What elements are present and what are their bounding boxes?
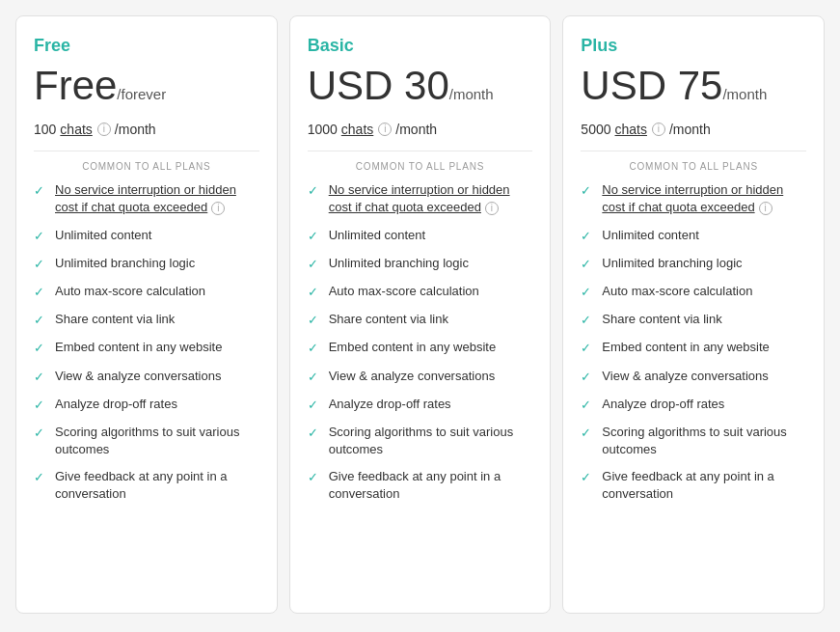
plan-common-label-free: COMMON TO ALL PLANS bbox=[34, 151, 259, 172]
feature-item-plus-8: ✓Scoring algorithms to suit various outc… bbox=[581, 424, 806, 458]
plan-card-basic: BasicUSD 30/month1000 chatsi/monthCOMMON… bbox=[289, 15, 552, 614]
plan-price-suffix-free: /forever bbox=[117, 86, 166, 102]
feature-text-basic-9: Give feedback at any point in a conversa… bbox=[329, 468, 533, 503]
check-icon-plus-3: ✓ bbox=[581, 284, 594, 301]
feature-item-plus-7: ✓Analyze drop-off rates bbox=[581, 396, 806, 414]
feature-text-plus-3: Auto max-score calculation bbox=[602, 283, 806, 300]
plan-feature-list-free: ✓No service interruption or hidden cost … bbox=[34, 181, 259, 503]
check-icon-basic-8: ✓ bbox=[308, 425, 321, 442]
plans-container: FreeFree/forever100 chatsi/monthCOMMON T… bbox=[15, 15, 825, 614]
feature-item-basic-6: ✓View & analyze conversations bbox=[308, 368, 533, 386]
plan-price-suffix-basic: /month bbox=[449, 86, 494, 102]
feature-text-free-8: Scoring algorithms to suit various outco… bbox=[55, 424, 259, 458]
feature-text-basic-3: Auto max-score calculation bbox=[329, 283, 533, 300]
feature-text-free-2: Unlimited branching logic bbox=[55, 255, 259, 272]
feature-link-free-0[interactable]: No service interruption or hidden cost i… bbox=[55, 182, 236, 214]
feature-text-basic-1: Unlimited content bbox=[329, 227, 533, 244]
feature-item-free-8: ✓Scoring algorithms to suit various outc… bbox=[34, 424, 259, 458]
plan-chats-info-icon-free[interactable]: i bbox=[97, 123, 111, 136]
plan-chats-period-basic: /month bbox=[395, 122, 437, 137]
feature-item-plus-5: ✓Embed content in any website bbox=[581, 339, 806, 357]
check-icon-basic-9: ✓ bbox=[308, 469, 321, 486]
check-icon-free-1: ✓ bbox=[34, 228, 47, 245]
feature-text-free-4: Share content via link bbox=[55, 311, 259, 328]
plan-card-plus: PlusUSD 75/month5000 chatsi/monthCOMMON … bbox=[562, 15, 825, 614]
feature-text-plus-7: Analyze drop-off rates bbox=[602, 396, 806, 413]
feature-item-free-7: ✓Analyze drop-off rates bbox=[34, 396, 259, 414]
feature-item-free-6: ✓View & analyze conversations bbox=[34, 368, 259, 386]
feature-item-basic-1: ✓Unlimited content bbox=[308, 227, 533, 245]
feature-item-basic-4: ✓Share content via link bbox=[308, 311, 533, 329]
feature-item-basic-0: ✓No service interruption or hidden cost … bbox=[308, 181, 533, 216]
plan-card-free: FreeFree/forever100 chatsi/monthCOMMON T… bbox=[15, 15, 278, 614]
feature-text-basic-8: Scoring algorithms to suit various outco… bbox=[329, 424, 533, 458]
feature-text-plus-0: No service interruption or hidden cost i… bbox=[602, 181, 806, 216]
plan-chats-basic: 1000 chatsi/month bbox=[308, 122, 533, 137]
check-icon-free-6: ✓ bbox=[34, 369, 47, 386]
feature-item-free-4: ✓Share content via link bbox=[34, 311, 259, 329]
check-icon-basic-6: ✓ bbox=[308, 369, 321, 386]
feature-item-free-9: ✓Give feedback at any point in a convers… bbox=[34, 468, 259, 503]
check-icon-plus-1: ✓ bbox=[581, 228, 594, 245]
feature-text-basic-7: Analyze drop-off rates bbox=[329, 396, 533, 413]
feature-link-basic-0[interactable]: No service interruption or hidden cost i… bbox=[329, 182, 510, 214]
feature-item-basic-9: ✓Give feedback at any point in a convers… bbox=[308, 468, 533, 503]
plan-chats-period-free: /month bbox=[115, 122, 156, 137]
plan-chats-link-basic[interactable]: chats bbox=[341, 122, 373, 137]
check-icon-free-3: ✓ bbox=[34, 284, 47, 301]
plan-price-basic: USD 30/month bbox=[308, 64, 533, 108]
feature-item-free-3: ✓Auto max-score calculation bbox=[34, 283, 259, 301]
plan-chats-info-icon-basic[interactable]: i bbox=[378, 123, 392, 136]
feature-item-plus-0: ✓No service interruption or hidden cost … bbox=[581, 181, 806, 216]
check-icon-free-7: ✓ bbox=[34, 397, 47, 414]
check-icon-plus-0: ✓ bbox=[581, 182, 594, 200]
plan-price-value-basic: USD 30 bbox=[308, 63, 449, 108]
check-icon-plus-7: ✓ bbox=[581, 397, 594, 414]
feature-text-free-3: Auto max-score calculation bbox=[55, 283, 259, 300]
feature-text-free-6: View & analyze conversations bbox=[55, 368, 259, 385]
plan-title-basic: Basic bbox=[308, 36, 533, 56]
feature-item-plus-1: ✓Unlimited content bbox=[581, 227, 806, 245]
feature-text-plus-4: Share content via link bbox=[602, 311, 806, 328]
feature-info-icon-free-0[interactable]: i bbox=[211, 202, 225, 215]
plan-common-label-plus: COMMON TO ALL PLANS bbox=[581, 151, 806, 172]
plan-title-plus: Plus bbox=[581, 36, 806, 56]
check-icon-free-9: ✓ bbox=[34, 469, 47, 486]
feature-link-plus-0[interactable]: No service interruption or hidden cost i… bbox=[602, 182, 783, 214]
plan-chats-free: 100 chatsi/month bbox=[34, 122, 259, 137]
feature-text-basic-0: No service interruption or hidden cost i… bbox=[329, 181, 533, 216]
feature-text-basic-5: Embed content in any website bbox=[329, 339, 533, 356]
plan-chats-link-free[interactable]: chats bbox=[60, 122, 92, 137]
feature-text-plus-2: Unlimited branching logic bbox=[602, 255, 806, 272]
feature-item-basic-2: ✓Unlimited branching logic bbox=[308, 255, 533, 273]
feature-text-free-0: No service interruption or hidden cost i… bbox=[55, 181, 259, 216]
feature-item-free-2: ✓Unlimited branching logic bbox=[34, 255, 259, 273]
feature-text-plus-5: Embed content in any website bbox=[602, 339, 806, 356]
check-icon-basic-7: ✓ bbox=[308, 397, 321, 414]
check-icon-plus-4: ✓ bbox=[581, 312, 594, 329]
feature-text-free-7: Analyze drop-off rates bbox=[55, 396, 259, 413]
check-icon-free-2: ✓ bbox=[34, 256, 47, 273]
plan-chats-link-plus[interactable]: chats bbox=[615, 122, 647, 137]
plan-chats-info-icon-plus[interactable]: i bbox=[652, 123, 665, 136]
check-icon-plus-5: ✓ bbox=[581, 340, 594, 357]
plan-price-plus: USD 75/month bbox=[581, 64, 806, 108]
feature-text-free-9: Give feedback at any point in a conversa… bbox=[55, 468, 259, 503]
check-icon-free-8: ✓ bbox=[34, 425, 47, 442]
plan-chats-period-plus: /month bbox=[669, 122, 711, 137]
feature-item-plus-4: ✓Share content via link bbox=[581, 311, 806, 329]
feature-item-basic-3: ✓Auto max-score calculation bbox=[308, 283, 533, 301]
feature-info-icon-basic-0[interactable]: i bbox=[485, 202, 499, 215]
check-icon-basic-3: ✓ bbox=[308, 284, 321, 301]
plan-chats-plus: 5000 chatsi/month bbox=[581, 122, 806, 137]
feature-text-free-5: Embed content in any website bbox=[55, 339, 259, 356]
plan-title-free: Free bbox=[34, 36, 259, 56]
check-icon-plus-2: ✓ bbox=[581, 256, 594, 273]
plan-chats-count-plus: 5000 bbox=[581, 122, 610, 137]
check-icon-free-4: ✓ bbox=[34, 312, 47, 329]
plan-chats-count-basic: 1000 bbox=[308, 122, 338, 137]
check-icon-basic-1: ✓ bbox=[308, 228, 321, 245]
check-icon-plus-6: ✓ bbox=[581, 369, 594, 386]
check-icon-free-0: ✓ bbox=[34, 182, 47, 200]
feature-info-icon-plus-0[interactable]: i bbox=[759, 202, 772, 215]
